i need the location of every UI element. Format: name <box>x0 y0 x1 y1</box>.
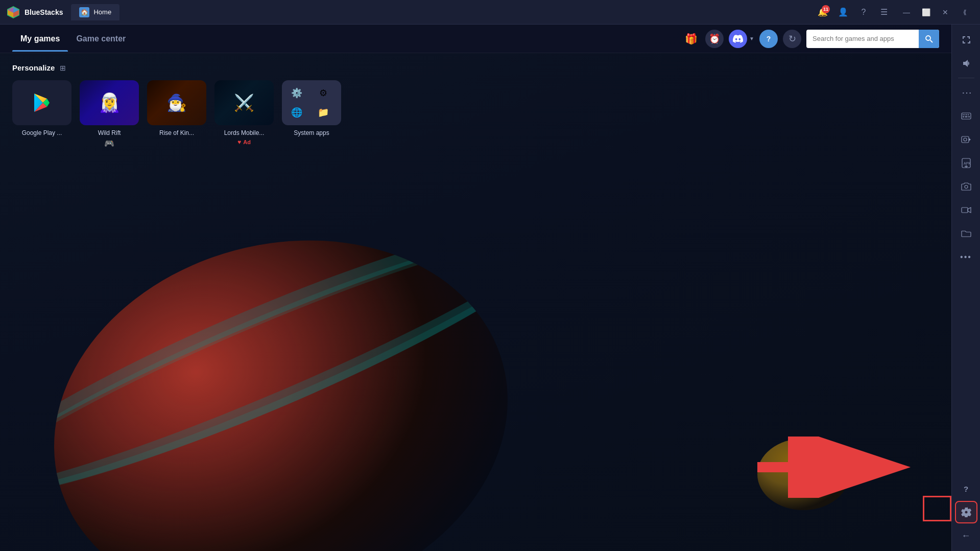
lords-mobile-title: Lords Mobile... <box>214 129 274 136</box>
screenshot-button[interactable] <box>955 175 977 198</box>
camera-app-icon: ⚙ <box>313 85 334 101</box>
apk-icon: APK <box>962 158 971 168</box>
app-logo: BlueStacks <box>6 5 63 19</box>
keyboard-button[interactable] <box>955 105 977 127</box>
svg-rect-13 <box>966 114 967 116</box>
search-input[interactable] <box>806 35 919 42</box>
folder-icon <box>961 229 971 238</box>
camera-play-icon <box>961 135 971 144</box>
fullscreen-icon <box>962 35 971 44</box>
nav-tabs: My games Game center <box>12 30 682 48</box>
svg-rect-18 <box>962 136 969 143</box>
back-button[interactable]: ← <box>955 524 977 547</box>
refresh-button[interactable]: ↻ <box>783 30 801 48</box>
game-item-system-apps[interactable]: ⚙️ ⚙ 🌐 📁 System apps <box>282 80 341 148</box>
keyboard-icon <box>961 112 971 120</box>
nav-bar: My games Game center 🎁 ⏰ ▼ <box>0 25 951 53</box>
svg-text:APK: APK <box>964 162 971 165</box>
settings-icon <box>961 507 971 517</box>
titlebar: BlueStacks 🏠 Home 🔔 11 👤 ? ☰ — ⬜ ✕ ⟪ <box>0 0 980 25</box>
fullscreen-button[interactable] <box>955 29 977 51</box>
bluestacks-logo-icon <box>6 5 20 19</box>
rok-icon: 🧙‍♂️ <box>147 80 206 125</box>
google-play-icon <box>12 80 71 125</box>
game-grid: Google Play ... 🧝‍♀️ Wild Rift 🎮 <box>12 80 939 148</box>
nav-actions: 🎁 ⏰ ▼ ? ↻ <box>682 30 939 48</box>
svg-rect-17 <box>968 117 970 118</box>
game-item-wild-rift[interactable]: 🧝‍♀️ Wild Rift 🎮 <box>80 80 139 148</box>
wild-rift-badge: 🎮 <box>104 139 114 148</box>
discord-icon <box>733 35 743 43</box>
macro-button[interactable]: ⋯ <box>955 81 977 104</box>
game-item-lords-mobile[interactable]: ⚔️ Lords Mobile... ♥ Ad <box>214 80 274 148</box>
main-layout: My games Game center 🎁 ⏰ ▼ <box>0 25 980 551</box>
home-tab[interactable]: 🏠 Home <box>71 4 119 20</box>
svg-rect-12 <box>964 114 965 116</box>
svg-rect-24 <box>962 208 968 213</box>
tab-my-games[interactable]: My games <box>12 30 68 48</box>
svg-marker-19 <box>969 138 971 141</box>
discord-button[interactable] <box>729 30 747 48</box>
content-area: My games Game center 🎁 ⏰ ▼ <box>0 25 951 551</box>
more-options-button[interactable]: ••• <box>955 246 977 268</box>
camera-play-button[interactable] <box>955 128 977 151</box>
notification-button[interactable]: 🔔 11 <box>814 3 832 21</box>
screenshot-icon <box>961 182 971 191</box>
heart-icon: ♥ <box>237 139 241 146</box>
video-record-button[interactable] <box>955 199 977 221</box>
video-record-icon <box>961 206 971 214</box>
game-item-google-play[interactable]: Google Play ... <box>12 80 71 148</box>
apk-button[interactable]: APK <box>955 152 977 174</box>
page-content: Personalize ⊞ <box>0 53 951 551</box>
discord-chevron-icon: ▼ <box>749 36 754 41</box>
minimize-button[interactable]: — <box>897 3 916 21</box>
volume-button[interactable] <box>955 52 977 75</box>
svg-rect-10 <box>962 113 971 119</box>
svg-rect-14 <box>968 114 969 116</box>
close-button[interactable]: ✕ <box>936 3 954 21</box>
svg-rect-11 <box>963 114 964 116</box>
svg-rect-16 <box>965 117 967 118</box>
menu-button[interactable]: ☰ <box>875 3 893 21</box>
ad-badge-text: Ad <box>243 139 251 145</box>
gift-button[interactable]: 🎁 <box>682 30 700 48</box>
svg-point-20 <box>964 138 967 141</box>
titlebar-actions: 🔔 11 👤 ? ☰ <box>814 3 893 21</box>
brand-name: BlueStacks <box>25 8 63 16</box>
search-icon <box>925 35 933 43</box>
play-triangle-icon <box>32 93 52 113</box>
svg-point-23 <box>965 186 968 189</box>
system-apps-title: System apps <box>282 129 341 136</box>
clock-button[interactable]: ⏰ <box>705 30 724 48</box>
notification-badge: 11 <box>822 5 830 13</box>
search-button[interactable] <box>919 30 939 48</box>
search-bar <box>806 30 939 48</box>
game-item-rise-of-kingdoms[interactable]: 🧙‍♂️ Rise of Kin... <box>147 80 206 148</box>
svg-marker-25 <box>968 208 971 213</box>
svg-rect-15 <box>963 117 964 118</box>
folder-app-icon: 📁 <box>313 104 334 121</box>
tab-game-center[interactable]: Game center <box>68 30 134 48</box>
sidebar-toggle-button[interactable]: ⟪ <box>955 3 974 21</box>
settings-button[interactable] <box>955 501 977 523</box>
nav-help-button[interactable]: ? <box>759 30 778 48</box>
svg-line-7 <box>930 40 933 42</box>
maximize-button[interactable]: ⬜ <box>917 3 935 21</box>
home-tab-label: Home <box>93 8 111 16</box>
settings-app-icon: ⚙️ <box>286 85 307 101</box>
help-button[interactable]: ? <box>854 3 873 21</box>
profile-button[interactable]: 👤 <box>834 3 852 21</box>
section-header: Personalize ⊞ <box>12 63 939 72</box>
sidebar-divider-1 <box>958 78 974 78</box>
discord-wrapper[interactable]: ▼ <box>729 30 754 48</box>
window-controls: — ⬜ ✕ ⟪ <box>897 3 974 21</box>
wild-rift-icon: 🧝‍♀️ <box>80 80 139 125</box>
lords-mobile-badge: ♥ Ad <box>237 139 251 146</box>
google-play-title: Google Play ... <box>12 129 71 136</box>
home-tab-icon: 🏠 <box>79 7 89 17</box>
svg-point-6 <box>926 36 930 40</box>
folder-button[interactable] <box>955 222 977 245</box>
personalize-icon[interactable]: ⊞ <box>60 64 66 72</box>
chrome-app-icon: 🌐 <box>286 104 307 121</box>
sidebar-help-button[interactable]: ? <box>955 477 977 500</box>
